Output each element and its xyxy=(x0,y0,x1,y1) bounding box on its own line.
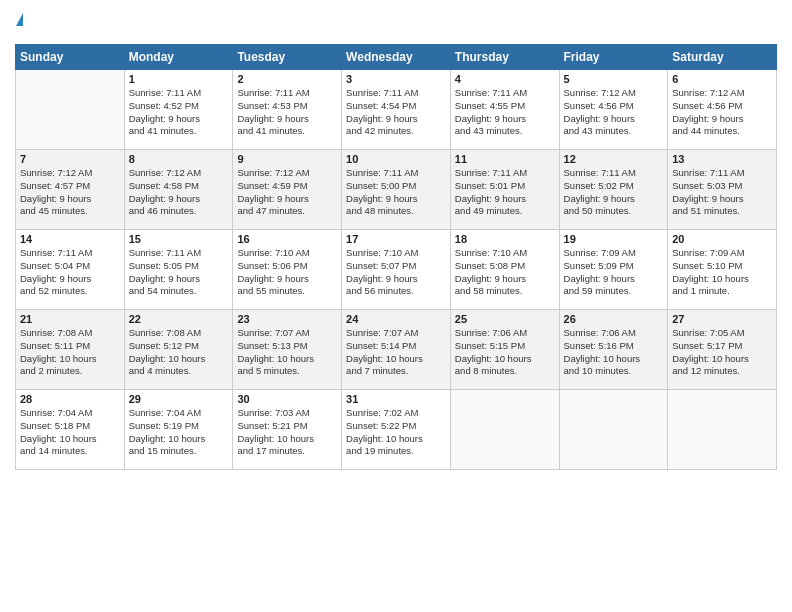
day-number: 26 xyxy=(564,313,664,325)
day-info: Sunrise: 7:06 AM Sunset: 5:15 PM Dayligh… xyxy=(455,327,555,378)
day-number: 2 xyxy=(237,73,337,85)
header-cell-sunday: Sunday xyxy=(16,45,125,70)
day-info: Sunrise: 7:11 AM Sunset: 5:03 PM Dayligh… xyxy=(672,167,772,218)
header-cell-thursday: Thursday xyxy=(450,45,559,70)
day-cell: 1Sunrise: 7:11 AM Sunset: 4:52 PM Daylig… xyxy=(124,70,233,150)
calendar-header: SundayMondayTuesdayWednesdayThursdayFrid… xyxy=(16,45,777,70)
calendar-table: SundayMondayTuesdayWednesdayThursdayFrid… xyxy=(15,44,777,470)
header-cell-monday: Monday xyxy=(124,45,233,70)
week-row-5: 28Sunrise: 7:04 AM Sunset: 5:18 PM Dayli… xyxy=(16,390,777,470)
day-cell: 11Sunrise: 7:11 AM Sunset: 5:01 PM Dayli… xyxy=(450,150,559,230)
day-cell: 25Sunrise: 7:06 AM Sunset: 5:15 PM Dayli… xyxy=(450,310,559,390)
day-cell: 16Sunrise: 7:10 AM Sunset: 5:06 PM Dayli… xyxy=(233,230,342,310)
day-cell xyxy=(668,390,777,470)
day-cell: 26Sunrise: 7:06 AM Sunset: 5:16 PM Dayli… xyxy=(559,310,668,390)
day-number: 13 xyxy=(672,153,772,165)
day-number: 11 xyxy=(455,153,555,165)
day-info: Sunrise: 7:11 AM Sunset: 4:52 PM Dayligh… xyxy=(129,87,229,138)
day-info: Sunrise: 7:11 AM Sunset: 5:02 PM Dayligh… xyxy=(564,167,664,218)
day-cell: 19Sunrise: 7:09 AM Sunset: 5:09 PM Dayli… xyxy=(559,230,668,310)
day-info: Sunrise: 7:11 AM Sunset: 4:53 PM Dayligh… xyxy=(237,87,337,138)
day-info: Sunrise: 7:08 AM Sunset: 5:11 PM Dayligh… xyxy=(20,327,120,378)
day-info: Sunrise: 7:05 AM Sunset: 5:17 PM Dayligh… xyxy=(672,327,772,378)
day-number: 10 xyxy=(346,153,446,165)
day-info: Sunrise: 7:02 AM Sunset: 5:22 PM Dayligh… xyxy=(346,407,446,458)
logo-triangle-icon xyxy=(16,13,23,26)
week-row-1: 1Sunrise: 7:11 AM Sunset: 4:52 PM Daylig… xyxy=(16,70,777,150)
day-number: 1 xyxy=(129,73,229,85)
week-row-2: 7Sunrise: 7:12 AM Sunset: 4:57 PM Daylig… xyxy=(16,150,777,230)
header xyxy=(15,10,777,36)
day-number: 24 xyxy=(346,313,446,325)
day-cell: 10Sunrise: 7:11 AM Sunset: 5:00 PM Dayli… xyxy=(342,150,451,230)
header-cell-saturday: Saturday xyxy=(668,45,777,70)
day-info: Sunrise: 7:12 AM Sunset: 4:56 PM Dayligh… xyxy=(564,87,664,138)
day-info: Sunrise: 7:07 AM Sunset: 5:13 PM Dayligh… xyxy=(237,327,337,378)
day-cell: 22Sunrise: 7:08 AM Sunset: 5:12 PM Dayli… xyxy=(124,310,233,390)
day-number: 23 xyxy=(237,313,337,325)
day-info: Sunrise: 7:11 AM Sunset: 5:00 PM Dayligh… xyxy=(346,167,446,218)
day-number: 4 xyxy=(455,73,555,85)
day-number: 31 xyxy=(346,393,446,405)
day-cell: 29Sunrise: 7:04 AM Sunset: 5:19 PM Dayli… xyxy=(124,390,233,470)
day-cell: 24Sunrise: 7:07 AM Sunset: 5:14 PM Dayli… xyxy=(342,310,451,390)
day-number: 16 xyxy=(237,233,337,245)
day-cell: 21Sunrise: 7:08 AM Sunset: 5:11 PM Dayli… xyxy=(16,310,125,390)
day-cell: 9Sunrise: 7:12 AM Sunset: 4:59 PM Daylig… xyxy=(233,150,342,230)
day-cell: 20Sunrise: 7:09 AM Sunset: 5:10 PM Dayli… xyxy=(668,230,777,310)
day-number: 21 xyxy=(20,313,120,325)
day-number: 8 xyxy=(129,153,229,165)
day-cell: 17Sunrise: 7:10 AM Sunset: 5:07 PM Dayli… xyxy=(342,230,451,310)
day-number: 5 xyxy=(564,73,664,85)
day-number: 18 xyxy=(455,233,555,245)
day-info: Sunrise: 7:03 AM Sunset: 5:21 PM Dayligh… xyxy=(237,407,337,458)
header-cell-friday: Friday xyxy=(559,45,668,70)
day-cell: 28Sunrise: 7:04 AM Sunset: 5:18 PM Dayli… xyxy=(16,390,125,470)
day-cell xyxy=(16,70,125,150)
day-info: Sunrise: 7:12 AM Sunset: 4:56 PM Dayligh… xyxy=(672,87,772,138)
day-number: 9 xyxy=(237,153,337,165)
day-info: Sunrise: 7:04 AM Sunset: 5:18 PM Dayligh… xyxy=(20,407,120,458)
day-number: 6 xyxy=(672,73,772,85)
day-number: 15 xyxy=(129,233,229,245)
day-number: 29 xyxy=(129,393,229,405)
day-cell: 31Sunrise: 7:02 AM Sunset: 5:22 PM Dayli… xyxy=(342,390,451,470)
day-cell: 30Sunrise: 7:03 AM Sunset: 5:21 PM Dayli… xyxy=(233,390,342,470)
logo xyxy=(15,10,23,36)
day-info: Sunrise: 7:06 AM Sunset: 5:16 PM Dayligh… xyxy=(564,327,664,378)
day-cell: 14Sunrise: 7:11 AM Sunset: 5:04 PM Dayli… xyxy=(16,230,125,310)
day-cell: 18Sunrise: 7:10 AM Sunset: 5:08 PM Dayli… xyxy=(450,230,559,310)
day-cell: 8Sunrise: 7:12 AM Sunset: 4:58 PM Daylig… xyxy=(124,150,233,230)
day-number: 30 xyxy=(237,393,337,405)
day-cell: 7Sunrise: 7:12 AM Sunset: 4:57 PM Daylig… xyxy=(16,150,125,230)
day-info: Sunrise: 7:07 AM Sunset: 5:14 PM Dayligh… xyxy=(346,327,446,378)
day-number: 12 xyxy=(564,153,664,165)
week-row-3: 14Sunrise: 7:11 AM Sunset: 5:04 PM Dayli… xyxy=(16,230,777,310)
header-cell-wednesday: Wednesday xyxy=(342,45,451,70)
header-cell-tuesday: Tuesday xyxy=(233,45,342,70)
calendar-body: 1Sunrise: 7:11 AM Sunset: 4:52 PM Daylig… xyxy=(16,70,777,470)
day-info: Sunrise: 7:12 AM Sunset: 4:59 PM Dayligh… xyxy=(237,167,337,218)
day-cell: 13Sunrise: 7:11 AM Sunset: 5:03 PM Dayli… xyxy=(668,150,777,230)
day-info: Sunrise: 7:12 AM Sunset: 4:57 PM Dayligh… xyxy=(20,167,120,218)
day-info: Sunrise: 7:09 AM Sunset: 5:09 PM Dayligh… xyxy=(564,247,664,298)
header-row: SundayMondayTuesdayWednesdayThursdayFrid… xyxy=(16,45,777,70)
day-info: Sunrise: 7:11 AM Sunset: 4:55 PM Dayligh… xyxy=(455,87,555,138)
day-info: Sunrise: 7:11 AM Sunset: 5:05 PM Dayligh… xyxy=(129,247,229,298)
day-cell: 12Sunrise: 7:11 AM Sunset: 5:02 PM Dayli… xyxy=(559,150,668,230)
day-number: 7 xyxy=(20,153,120,165)
day-number: 19 xyxy=(564,233,664,245)
day-cell: 3Sunrise: 7:11 AM Sunset: 4:54 PM Daylig… xyxy=(342,70,451,150)
day-cell: 5Sunrise: 7:12 AM Sunset: 4:56 PM Daylig… xyxy=(559,70,668,150)
day-number: 14 xyxy=(20,233,120,245)
day-cell: 4Sunrise: 7:11 AM Sunset: 4:55 PM Daylig… xyxy=(450,70,559,150)
day-number: 27 xyxy=(672,313,772,325)
day-number: 25 xyxy=(455,313,555,325)
day-info: Sunrise: 7:11 AM Sunset: 5:04 PM Dayligh… xyxy=(20,247,120,298)
week-row-4: 21Sunrise: 7:08 AM Sunset: 5:11 PM Dayli… xyxy=(16,310,777,390)
day-info: Sunrise: 7:10 AM Sunset: 5:06 PM Dayligh… xyxy=(237,247,337,298)
day-number: 22 xyxy=(129,313,229,325)
day-cell: 6Sunrise: 7:12 AM Sunset: 4:56 PM Daylig… xyxy=(668,70,777,150)
day-cell xyxy=(559,390,668,470)
day-info: Sunrise: 7:04 AM Sunset: 5:19 PM Dayligh… xyxy=(129,407,229,458)
